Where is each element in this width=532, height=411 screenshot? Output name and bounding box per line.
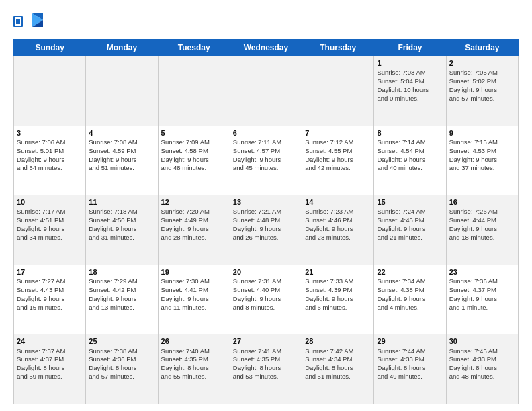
- day-cell: 24Sunrise: 7:37 AM Sunset: 4:37 PM Dayli…: [14, 334, 86, 404]
- day-info: Sunrise: 7:08 AM Sunset: 4:59 PM Dayligh…: [89, 138, 154, 173]
- day-cell: 6Sunrise: 7:11 AM Sunset: 4:57 PM Daylig…: [230, 126, 302, 195]
- week-row-5: 24Sunrise: 7:37 AM Sunset: 4:37 PM Dayli…: [14, 334, 519, 404]
- day-cell: 9Sunrise: 7:15 AM Sunset: 4:53 PM Daylig…: [446, 126, 518, 195]
- day-info: Sunrise: 7:18 AM Sunset: 4:50 PM Dayligh…: [89, 208, 154, 242]
- day-cell: [14, 56, 86, 126]
- day-cell: 10Sunrise: 7:17 AM Sunset: 4:51 PM Dayli…: [14, 195, 86, 265]
- day-number: 20: [233, 267, 299, 277]
- day-number: 29: [377, 336, 443, 346]
- day-info: Sunrise: 7:11 AM Sunset: 4:57 PM Dayligh…: [233, 138, 299, 173]
- day-info: Sunrise: 7:09 AM Sunset: 4:58 PM Dayligh…: [161, 138, 227, 173]
- day-cell: 25Sunrise: 7:38 AM Sunset: 4:36 PM Dayli…: [86, 334, 158, 404]
- day-cell: 5Sunrise: 7:09 AM Sunset: 4:58 PM Daylig…: [158, 126, 230, 195]
- week-row-3: 10Sunrise: 7:17 AM Sunset: 4:51 PM Dayli…: [14, 195, 519, 265]
- logo-icon: [13, 11, 43, 32]
- day-info: Sunrise: 7:03 AM Sunset: 5:04 PM Dayligh…: [377, 68, 443, 103]
- day-cell: 19Sunrise: 7:30 AM Sunset: 4:41 PM Dayli…: [158, 265, 230, 334]
- day-cell: [230, 56, 302, 126]
- day-info: Sunrise: 7:27 AM Sunset: 4:43 PM Dayligh…: [17, 277, 83, 312]
- logo: [13, 11, 46, 32]
- day-cell: 1Sunrise: 7:03 AM Sunset: 5:04 PM Daylig…: [374, 56, 446, 126]
- day-cell: 29Sunrise: 7:44 AM Sunset: 4:33 PM Dayli…: [374, 334, 446, 404]
- day-number: 24: [17, 336, 83, 346]
- day-cell: [302, 56, 374, 126]
- day-info: Sunrise: 7:29 AM Sunset: 4:42 PM Dayligh…: [89, 277, 154, 312]
- day-info: Sunrise: 7:36 AM Sunset: 4:37 PM Dayligh…: [449, 277, 515, 312]
- day-number: 17: [17, 267, 83, 277]
- weekday-header-wednesday: Wednesday: [230, 40, 302, 56]
- svg-rect-2: [16, 19, 20, 24]
- day-number: 5: [161, 128, 227, 138]
- day-cell: 26Sunrise: 7:40 AM Sunset: 4:35 PM Dayli…: [158, 334, 230, 404]
- day-info: Sunrise: 7:38 AM Sunset: 4:36 PM Dayligh…: [89, 347, 154, 381]
- day-number: 6: [233, 128, 299, 138]
- day-number: 27: [233, 336, 299, 346]
- day-cell: 14Sunrise: 7:23 AM Sunset: 4:46 PM Dayli…: [302, 195, 374, 265]
- day-number: 2: [449, 58, 515, 68]
- day-info: Sunrise: 7:20 AM Sunset: 4:49 PM Dayligh…: [161, 208, 227, 242]
- day-number: 1: [377, 58, 443, 68]
- day-cell: 22Sunrise: 7:34 AM Sunset: 4:38 PM Dayli…: [374, 265, 446, 334]
- day-cell: 13Sunrise: 7:21 AM Sunset: 4:48 PM Dayli…: [230, 195, 302, 265]
- day-number: 13: [233, 197, 299, 207]
- day-number: 7: [305, 128, 371, 138]
- day-cell: 7Sunrise: 7:12 AM Sunset: 4:55 PM Daylig…: [302, 126, 374, 195]
- day-number: 8: [377, 128, 443, 138]
- day-cell: 8Sunrise: 7:14 AM Sunset: 4:54 PM Daylig…: [374, 126, 446, 195]
- day-info: Sunrise: 7:14 AM Sunset: 4:54 PM Dayligh…: [377, 138, 443, 173]
- day-info: Sunrise: 7:24 AM Sunset: 4:45 PM Dayligh…: [377, 208, 443, 242]
- weekday-header-row: SundayMondayTuesdayWednesdayThursdayFrid…: [14, 40, 519, 56]
- day-number: 19: [161, 267, 227, 277]
- day-number: 10: [17, 197, 83, 207]
- day-cell: 21Sunrise: 7:33 AM Sunset: 4:39 PM Dayli…: [302, 265, 374, 334]
- weekday-header-saturday: Saturday: [446, 40, 518, 56]
- day-info: Sunrise: 7:45 AM Sunset: 4:33 PM Dayligh…: [449, 347, 515, 381]
- header: [13, 11, 519, 32]
- day-number: 15: [377, 197, 443, 207]
- day-info: Sunrise: 7:05 AM Sunset: 5:02 PM Dayligh…: [449, 68, 515, 103]
- day-number: 30: [449, 336, 515, 346]
- day-info: Sunrise: 7:44 AM Sunset: 4:33 PM Dayligh…: [377, 347, 443, 381]
- day-number: 26: [161, 336, 227, 346]
- day-cell: 20Sunrise: 7:31 AM Sunset: 4:40 PM Dayli…: [230, 265, 302, 334]
- day-number: 16: [449, 197, 515, 207]
- day-info: Sunrise: 7:12 AM Sunset: 4:55 PM Dayligh…: [305, 138, 371, 173]
- day-cell: 2Sunrise: 7:05 AM Sunset: 5:02 PM Daylig…: [446, 56, 518, 126]
- week-row-1: 1Sunrise: 7:03 AM Sunset: 5:04 PM Daylig…: [14, 56, 519, 126]
- day-cell: 30Sunrise: 7:45 AM Sunset: 4:33 PM Dayli…: [446, 334, 518, 404]
- day-cell: 15Sunrise: 7:24 AM Sunset: 4:45 PM Dayli…: [374, 195, 446, 265]
- day-cell: 3Sunrise: 7:06 AM Sunset: 5:01 PM Daylig…: [14, 126, 86, 195]
- day-cell: 28Sunrise: 7:42 AM Sunset: 4:34 PM Dayli…: [302, 334, 374, 404]
- weekday-header-sunday: Sunday: [14, 40, 86, 56]
- day-info: Sunrise: 7:15 AM Sunset: 4:53 PM Dayligh…: [449, 138, 515, 173]
- day-number: 28: [305, 336, 371, 346]
- day-number: 25: [89, 336, 154, 346]
- week-row-4: 17Sunrise: 7:27 AM Sunset: 4:43 PM Dayli…: [14, 265, 519, 334]
- day-number: 9: [449, 128, 515, 138]
- calendar-table: SundayMondayTuesdayWednesdayThursdayFrid…: [13, 39, 519, 404]
- day-cell: 17Sunrise: 7:27 AM Sunset: 4:43 PM Dayli…: [14, 265, 86, 334]
- day-info: Sunrise: 7:30 AM Sunset: 4:41 PM Dayligh…: [161, 277, 227, 312]
- day-info: Sunrise: 7:42 AM Sunset: 4:34 PM Dayligh…: [305, 347, 371, 381]
- day-number: 18: [89, 267, 154, 277]
- day-cell: 18Sunrise: 7:29 AM Sunset: 4:42 PM Dayli…: [86, 265, 158, 334]
- day-number: 12: [161, 197, 227, 207]
- day-info: Sunrise: 7:21 AM Sunset: 4:48 PM Dayligh…: [233, 208, 299, 242]
- day-cell: [158, 56, 230, 126]
- day-info: Sunrise: 7:37 AM Sunset: 4:37 PM Dayligh…: [17, 347, 83, 381]
- day-cell: 27Sunrise: 7:41 AM Sunset: 4:35 PM Dayli…: [230, 334, 302, 404]
- day-info: Sunrise: 7:26 AM Sunset: 4:44 PM Dayligh…: [449, 208, 515, 242]
- day-number: 3: [17, 128, 83, 138]
- weekday-header-friday: Friday: [374, 40, 446, 56]
- week-row-2: 3Sunrise: 7:06 AM Sunset: 5:01 PM Daylig…: [14, 126, 519, 195]
- day-number: 14: [305, 197, 371, 207]
- day-number: 4: [89, 128, 154, 138]
- day-info: Sunrise: 7:23 AM Sunset: 4:46 PM Dayligh…: [305, 208, 371, 242]
- day-info: Sunrise: 7:17 AM Sunset: 4:51 PM Dayligh…: [17, 208, 83, 242]
- day-number: 21: [305, 267, 371, 277]
- day-cell: 12Sunrise: 7:20 AM Sunset: 4:49 PM Dayli…: [158, 195, 230, 265]
- day-info: Sunrise: 7:31 AM Sunset: 4:40 PM Dayligh…: [233, 277, 299, 312]
- weekday-header-thursday: Thursday: [302, 40, 374, 56]
- page: SundayMondayTuesdayWednesdayThursdayFrid…: [0, 0, 532, 411]
- day-info: Sunrise: 7:34 AM Sunset: 4:38 PM Dayligh…: [377, 277, 443, 312]
